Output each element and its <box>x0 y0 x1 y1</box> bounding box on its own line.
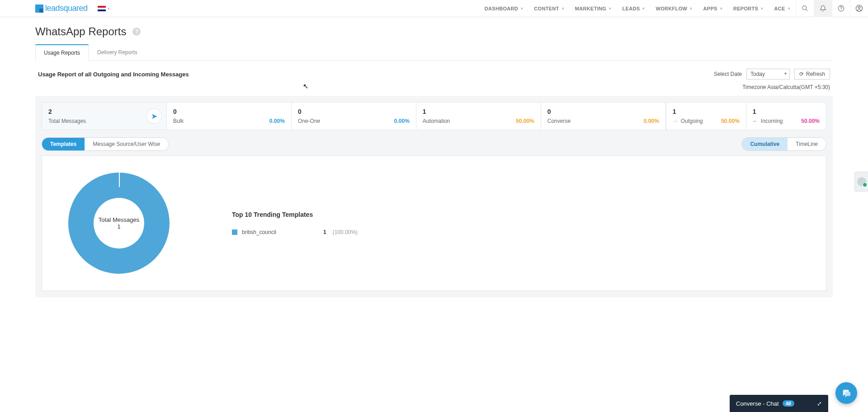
refresh-button[interactable]: ⟳ Refresh <box>794 69 830 80</box>
presence-sidebar-toggle[interactable] <box>854 172 868 192</box>
nav-ace[interactable]: ACE▾ <box>769 0 796 17</box>
chevron-down-icon: ▾ <box>761 6 763 11</box>
stat-bulk[interactable]: 0 Bulk 0.00% <box>167 103 292 130</box>
stat-converse[interactable]: 0 Converse 0.00% <box>541 103 666 130</box>
report-tabs: Usage Reports Delivery Reports <box>35 44 833 61</box>
stat-incoming[interactable]: 1 ←Incoming 50.00% <box>746 103 826 130</box>
legend-title: Top 10 Trending Templates <box>232 211 358 218</box>
donut-center-label: Total Messages 1 <box>94 198 144 248</box>
chevron-down-icon: ▾ <box>642 6 645 11</box>
nav-content[interactable]: CONTENT▾ <box>528 0 570 17</box>
brand-logo[interactable]: leadsquared <box>35 4 88 13</box>
topbar: leadsquared ▾ DASHBOARD▾ CONTENT▾ MARKET… <box>0 0 868 17</box>
chevron-down-icon: ▾ <box>562 6 564 11</box>
legend-swatch-icon <box>232 229 237 235</box>
view-mode-toggle-left: Templates Message Source/User Wise <box>42 137 169 151</box>
legend-row: british_council 1 (100.00%) <box>232 229 358 235</box>
language-selector[interactable]: ▾ <box>88 6 110 11</box>
donut-chart: Total Messages 1 <box>68 173 170 274</box>
legend-count: 1 <box>323 229 326 235</box>
help-icon[interactable] <box>832 0 850 17</box>
stats-cards: 2 Total Messages ➤ 0 Bulk 0.00% 0 One-On… <box>42 102 826 130</box>
pill-templates[interactable]: Templates <box>42 138 85 150</box>
view-mode-toggle-right: Cumulative TimeLine <box>741 137 826 151</box>
tab-delivery-reports[interactable]: Delivery Reports <box>89 44 146 60</box>
nav-marketing[interactable]: MARKETING▾ <box>570 0 617 17</box>
svg-point-0 <box>802 6 807 10</box>
select-date-label: Select Date <box>714 71 742 77</box>
notifications-icon[interactable] <box>814 0 832 17</box>
legend-name: british_council <box>242 229 314 235</box>
stat-outgoing[interactable]: 1 →Outgoing 50.00% <box>666 103 746 130</box>
chevron-down-icon: ▾ <box>521 6 523 11</box>
chevron-down-icon: ▾ <box>108 6 110 11</box>
tab-usage-reports[interactable]: Usage Reports <box>35 44 89 61</box>
pill-cumulative[interactable]: Cumulative <box>742 138 788 150</box>
legend-pct: (100.00%) <box>333 229 358 235</box>
page-title: WhatsApp Reports <box>35 25 126 38</box>
profile-icon[interactable] <box>850 0 868 17</box>
svg-line-1 <box>806 9 807 11</box>
nav-workflow[interactable]: WORKFLOW▾ <box>651 0 698 17</box>
nav-dashboard[interactable]: DASHBOARD▾ <box>479 0 529 17</box>
presence-avatar-icon <box>857 177 866 186</box>
report-subtitle: Usage Report of all Outgoing and Incomin… <box>38 71 189 78</box>
nav-utility-icons <box>796 0 868 17</box>
chevron-down-icon: ▾ <box>720 6 722 11</box>
stat-automation[interactable]: 1 Automation 50.00% <box>416 103 541 130</box>
date-range-select[interactable]: Today <box>746 69 790 80</box>
chevron-down-icon: ▾ <box>690 6 692 11</box>
nav-leads[interactable]: LEADS▾ <box>617 0 650 17</box>
pill-timeline[interactable]: TimeLine <box>788 138 826 150</box>
chevron-down-icon: ▾ <box>788 6 790 11</box>
arrow-left-icon: ← <box>753 118 758 124</box>
main-nav: DASHBOARD▾ CONTENT▾ MARKETING▾ LEADS▾ WO… <box>479 0 796 17</box>
search-icon[interactable] <box>796 0 814 17</box>
stat-total-messages[interactable]: 2 Total Messages ➤ <box>42 103 167 130</box>
nav-apps[interactable]: APPS▾ <box>698 0 728 17</box>
pill-message-source[interactable]: Message Source/User Wise <box>85 138 168 150</box>
logo-mark-icon <box>35 5 43 13</box>
flag-icon <box>98 6 106 11</box>
brand-name: leadsquared <box>45 4 88 13</box>
chevron-down-icon: ▾ <box>609 6 611 11</box>
timezone-info: Timezone Asia/Calcutta(GMT +5:30) <box>35 82 833 96</box>
stat-one-one[interactable]: 0 One-One 0.00% <box>292 103 416 130</box>
arrow-right-icon: → <box>673 118 678 124</box>
templates-chart: Total Messages 1 Top 10 Trending Templat… <box>42 155 826 291</box>
nav-reports[interactable]: REPORTS▾ <box>728 0 769 17</box>
refresh-icon: ⟳ <box>799 71 804 77</box>
svg-point-5 <box>858 6 860 8</box>
send-icon: ➤ <box>146 108 162 124</box>
page-help-icon[interactable]: ? <box>132 28 141 36</box>
